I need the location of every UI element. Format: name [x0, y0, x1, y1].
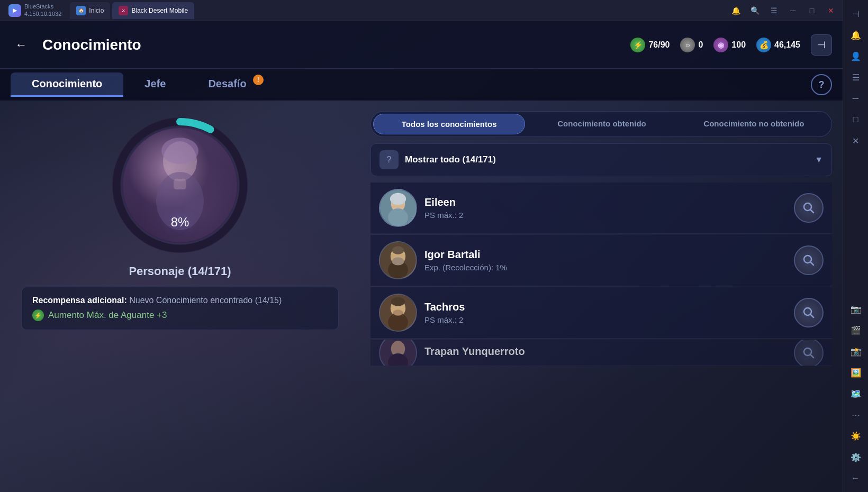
tab-conocimiento[interactable]: Conocimiento: [11, 72, 123, 97]
tab-inicio-icon: 🏠: [76, 6, 86, 15]
settings-icon[interactable]: ⚙️: [846, 448, 865, 467]
gallery-icon[interactable]: 🖼️: [846, 363, 865, 382]
svg-line-26: [810, 314, 813, 317]
gold-value: 46,145: [774, 40, 800, 50]
trapan-avatar: [379, 340, 417, 366]
trapan-info: Trapan Yunquerroto: [424, 345, 786, 360]
search-icon: [802, 306, 815, 319]
bs-name: BlueStacks 4.150.10.1032: [24, 3, 61, 17]
tab-bdm[interactable]: ⚔ Black Desert Mobile: [112, 2, 194, 19]
camera-icon[interactable]: 📷: [846, 299, 865, 318]
character-label: Personaje (14/171): [129, 265, 231, 278]
more-icon[interactable]: ⋯: [846, 405, 865, 424]
topbar-close[interactable]: ✕: [824, 3, 838, 18]
bluestacks-logo: ▶ BlueStacks 4.150.10.1032: [4, 1, 66, 19]
exit-icon[interactable]: ⊣: [846, 4, 865, 23]
exit-game-button[interactable]: ⊣: [811, 34, 832, 56]
reward-section: Recompensa adicional: Nuevo Conocimiento…: [21, 287, 339, 330]
bluestacks-topbar: ▶ BlueStacks 4.150.10.1032 🏠 Inicio ⚔ Bl…: [0, 0, 843, 21]
gold-icon: 💰: [756, 38, 771, 52]
svg-point-4: [161, 138, 198, 164]
igor-name: Igor Bartali: [424, 249, 786, 261]
svg-line-12: [810, 209, 813, 213]
svg-line-19: [810, 262, 813, 265]
eileen-portrait: [380, 189, 416, 227]
topbar-minimize[interactable]: ─: [785, 3, 800, 18]
menu-icon[interactable]: ☰: [846, 68, 865, 87]
stone-currency: ○ 0: [680, 38, 703, 52]
svg-rect-6: [174, 179, 186, 189]
close-icon[interactable]: ✕: [846, 131, 865, 150]
pearl-value: 100: [731, 40, 746, 50]
main-tabs-row: Conocimiento Jefe Desafío ! ?: [0, 69, 843, 101]
topbar-search[interactable]: 🔍: [747, 3, 762, 18]
list-item[interactable]: Igor Bartali Exp. (Recolección): 1%: [370, 235, 832, 286]
igor-search-button[interactable]: [794, 245, 824, 275]
igor-portrait: [380, 241, 416, 279]
tab-jefe[interactable]: Jefe: [123, 72, 187, 97]
stone-icon: ○: [680, 38, 695, 52]
filter-tab-todos[interactable]: Todos los conocimientos: [373, 114, 525, 134]
currency-group: ⚡ 76/90 ○ 0 ◉ 100 💰 46,145: [630, 38, 800, 52]
minimize-icon[interactable]: ─: [846, 89, 865, 108]
trapan-search-button[interactable]: [794, 340, 824, 366]
search-icon: [802, 254, 815, 267]
eileen-stat: PS máx.: 2: [424, 211, 786, 220]
reward-gem-icon: ⚡: [32, 309, 44, 321]
progress-circle: 8%: [111, 116, 249, 254]
eileen-search-button[interactable]: [794, 193, 824, 223]
bell-icon[interactable]: 🔔: [846, 25, 865, 44]
tachros-avatar: [379, 294, 417, 332]
person-icon[interactable]: 👤: [846, 47, 865, 66]
tachros-search-button[interactable]: [794, 298, 824, 327]
header-actions: ⊣: [811, 34, 832, 56]
svg-point-24: [393, 309, 403, 315]
gold-currency: 💰 46,145: [756, 38, 800, 52]
tachros-portrait: [380, 294, 416, 332]
filter-tab-obtenido[interactable]: Conocimiento obtenido: [526, 114, 677, 134]
bs-icon: ▶: [8, 4, 21, 17]
topbar-maximize[interactable]: □: [804, 3, 819, 18]
tab-desafio[interactable]: Desafío !: [187, 72, 267, 97]
left-panel: 8% Personaje (14/171) Recompensa adicion…: [0, 101, 360, 492]
igor-info: Igor Bartali Exp. (Recolección): 1%: [424, 249, 786, 272]
brightness-icon[interactable]: ☀️: [846, 426, 865, 445]
energy-currency: ⚡ 76/90: [630, 38, 670, 52]
reward-item: ⚡ Aumento Máx. de Aguante +3: [32, 309, 328, 321]
eileen-avatar: [379, 189, 417, 227]
help-button[interactable]: ?: [811, 74, 832, 95]
svg-point-15: [392, 247, 404, 254]
topbar-bell[interactable]: 🔔: [728, 3, 743, 18]
svg-line-31: [810, 354, 813, 358]
right-panel: Todos los conocimientos Conocimiento obt…: [360, 101, 843, 492]
list-item[interactable]: Trapan Yunquerroto: [370, 340, 832, 366]
desafio-badge: !: [253, 75, 264, 85]
list-item[interactable]: Eileen PS máx.: 2: [370, 183, 832, 234]
video-icon[interactable]: 🎬: [846, 321, 865, 340]
stone-value: 0: [698, 40, 703, 50]
map-icon[interactable]: 🗺️: [846, 384, 865, 403]
eileen-name: Eileen: [424, 196, 786, 208]
character-list: Eileen PS máx.: 2: [370, 183, 832, 481]
screenshot-icon[interactable]: 📸: [846, 342, 865, 361]
topbar-menu[interactable]: ☰: [766, 3, 781, 18]
tab-inicio[interactable]: 🏠 Inicio: [70, 2, 110, 19]
maximize-icon[interactable]: □: [846, 110, 865, 129]
search-icon: [802, 202, 815, 214]
back-arrow-icon[interactable]: ←: [846, 469, 865, 488]
bluestacks-sidebar: ⊣ 🔔 👤 ☰ ─ □ ✕ 📷 🎬 📸 🖼️ 🗺️ ⋯ ☀️ ⚙️ ←: [843, 0, 868, 492]
tab-bdm-icon: ⚔: [119, 6, 128, 15]
page-title: Conocimiento: [42, 37, 141, 53]
eileen-info: Eileen PS máx.: 2: [424, 196, 786, 220]
igor-avatar: [379, 241, 417, 279]
reward-description: Nuevo Conocimiento encontrado (14/15): [129, 296, 282, 305]
tachros-info: Tachros PS máx.: 2: [424, 301, 786, 324]
game-header: ← Conocimiento ⚡ 76/90 ○ 0 ◉ 100 💰 46,14…: [0, 21, 843, 69]
list-item[interactable]: Tachros PS máx.: 2: [370, 287, 832, 339]
category-dropdown[interactable]: ? Mostrar todo (14/171) ▼: [370, 143, 832, 176]
filter-tab-no-obtenido[interactable]: Conocimiento no obtenido: [679, 114, 829, 134]
back-button[interactable]: ←: [11, 34, 32, 56]
trapan-portrait: [380, 340, 416, 366]
pearl-currency: ◉ 100: [713, 38, 746, 52]
game-area: ← Conocimiento ⚡ 76/90 ○ 0 ◉ 100 💰 46,14…: [0, 21, 843, 492]
